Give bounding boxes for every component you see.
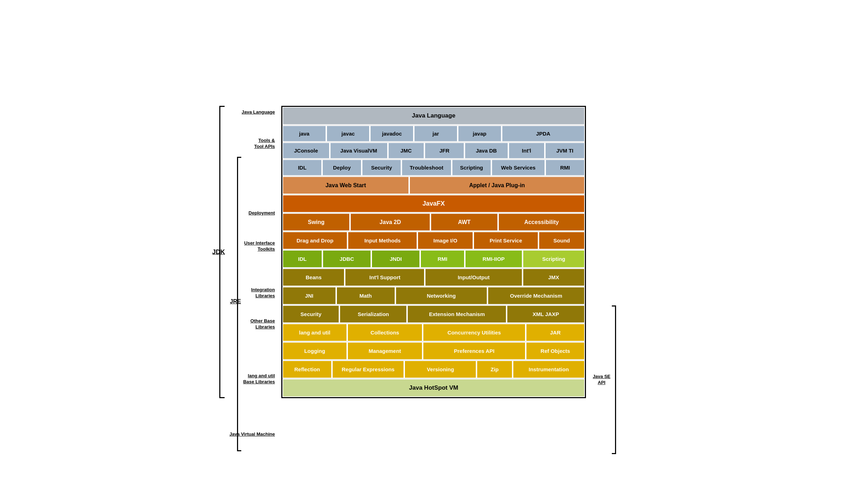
java-se-api-bracket — [612, 305, 616, 454]
intl-support-cell: Int'l Support — [345, 268, 425, 286]
jmx-cell: JMX — [523, 268, 585, 286]
rmi-iiop-cell: RMI-IIOP — [465, 250, 523, 268]
security-other-cell: Security — [282, 305, 339, 323]
java-cell: java — [282, 125, 326, 142]
jvisualvm-cell: Java VisualVM — [330, 142, 388, 159]
jar-lang-cell: JAR — [526, 323, 585, 342]
security-tools-cell: Security — [362, 159, 401, 176]
jvm-row: Java HotSpot VM — [282, 379, 585, 397]
override-mechanism-cell: Override Mechanism — [487, 287, 585, 305]
left-labels: Java Language Tools &Tool APIs Deploymen… — [229, 106, 278, 398]
jpda-cell: JPDA — [502, 125, 585, 142]
java-language-label: Java Language — [242, 109, 275, 115]
jre-label: JRE — [230, 298, 241, 305]
idl-int-cell: IDL — [282, 250, 322, 268]
ui-row1: Swing Java 2D AWT Accessibility — [282, 213, 585, 231]
jvm-label: Java Virtual Machine — [230, 431, 275, 437]
jfr-cell: JFR — [424, 142, 464, 159]
main-diagram: Java Language java javac javadoc jar jav… — [281, 106, 586, 398]
lang-row2: Logging Management Preferences API Ref O… — [282, 342, 585, 360]
drag-drop-cell: Drag and Drop — [282, 231, 348, 250]
jvm-ti-cell: JVM TI — [545, 142, 585, 159]
java2d-cell: Java 2D — [350, 213, 430, 231]
deployment-row: Java Web Start Applet / Java Plug-in — [282, 176, 585, 195]
other-row1: Beans Int'l Support Input/Output JMX — [282, 268, 585, 287]
ui-row2: Drag and Drop Input Methods Image I/O Pr… — [282, 231, 585, 250]
javadoc-cell: javadoc — [370, 125, 414, 142]
xml-jaxp-cell: XML JAXP — [507, 305, 585, 323]
instrumentation-cell: Instrumentation — [513, 360, 585, 378]
java-language-row: Java Language — [282, 107, 585, 125]
rmi-int-cell: RMI — [420, 250, 465, 268]
serialization-cell: Serialization — [339, 305, 407, 323]
jdk-label: JDK — [212, 248, 225, 256]
awt-cell: AWT — [430, 213, 498, 231]
input-output-cell: Input/Output — [425, 268, 522, 286]
jconsole-cell: JConsole — [282, 142, 330, 159]
applet-plugin-cell: Applet / Java Plug-in — [409, 176, 585, 194]
jar-cell: jar — [414, 125, 458, 142]
javafx-cell: JavaFX — [282, 195, 585, 213]
swing-cell: Swing — [282, 213, 350, 231]
print-service-cell: Print Service — [473, 231, 538, 250]
lang-util-label: lang and utilBase Libraries — [243, 373, 275, 385]
jni-cell: JNI — [282, 287, 336, 305]
other-row2: JNI Math Networking Override Mechanism — [282, 287, 585, 305]
scripting-tools-cell: Scripting — [452, 159, 491, 176]
jdbc-cell: JDBC — [322, 250, 371, 268]
image-io-cell: Image I/O — [417, 231, 473, 250]
extension-mechanism-cell: Extension Mechanism — [407, 305, 507, 323]
deploy-cell: Deploy — [322, 159, 362, 176]
tools-row2: JConsole Java VisualVM JMC JFR Java DB I… — [282, 142, 585, 159]
collections-cell: Collections — [347, 323, 423, 342]
rmi-tools-cell: RMI — [545, 159, 585, 176]
lang-util-cell: lang and util — [282, 323, 347, 342]
other-row3: Security Serialization Extension Mechani… — [282, 305, 585, 323]
sound-cell: Sound — [538, 231, 585, 250]
lang-row3: Reflection Regular Expressions Versionin… — [282, 360, 585, 379]
diagram-container: Java Language java javac javadoc jar jav… — [228, 106, 618, 398]
management-cell: Management — [347, 342, 423, 360]
tools-row1: java javac javadoc jar javap JPDA — [282, 125, 585, 142]
javafx-row: JavaFX — [282, 195, 585, 213]
beans-cell: Beans — [282, 268, 345, 286]
regular-expressions-cell: Regular Expressions — [332, 360, 404, 378]
concurrency-cell: Concurrency Utilities — [423, 323, 526, 342]
versioning-cell: Versioning — [404, 360, 476, 378]
java-db-cell: Java DB — [464, 142, 508, 159]
zip-cell: Zip — [476, 360, 513, 378]
math-cell: Math — [336, 287, 395, 305]
logging-cell: Logging — [282, 342, 347, 360]
jvm-cell: Java HotSpot VM — [282, 379, 585, 397]
javap-cell: javap — [458, 125, 502, 142]
integration-row: IDL JDBC JNDI RMI RMI-IIOP Scripting — [282, 250, 585, 268]
java-language-cell: Java Language — [282, 107, 585, 125]
scripting-int-cell: Scripting — [523, 250, 585, 268]
reflection-cell: Reflection — [282, 360, 332, 378]
preferences-api-cell: Preferences API — [423, 342, 526, 360]
lang-row1: lang and util Collections Concurrency Ut… — [282, 323, 585, 342]
ui-toolkits-label: User InterfaceToolkits — [244, 240, 275, 252]
tools-row3: IDL Deploy Security Troubleshoot Scripti… — [282, 159, 585, 176]
other-base-label: Other BaseLibraries — [250, 318, 275, 330]
java-web-start-cell: Java Web Start — [282, 176, 409, 194]
deployment-label: Deployment — [249, 210, 275, 216]
troubleshoot-cell: Troubleshoot — [401, 159, 452, 176]
java-se-api-label: Java SEAPI — [593, 374, 610, 386]
networking-cell: Networking — [395, 287, 487, 305]
jndi-cell: JNDI — [371, 250, 420, 268]
accessibility-cell: Accessibility — [498, 213, 585, 231]
ref-objects-cell: Ref Objects — [526, 342, 585, 360]
idl-tools-cell: IDL — [282, 159, 322, 176]
javac-cell: javac — [326, 125, 370, 142]
integration-label: IntegrationLibraries — [251, 287, 275, 299]
tools-label: Tools &Tool APIs — [254, 138, 275, 150]
jmc-cell: JMC — [388, 142, 424, 159]
intl-cell: Int'l — [508, 142, 545, 159]
input-methods-cell: Input Methods — [348, 231, 417, 250]
web-services-cell: Web Services — [491, 159, 545, 176]
